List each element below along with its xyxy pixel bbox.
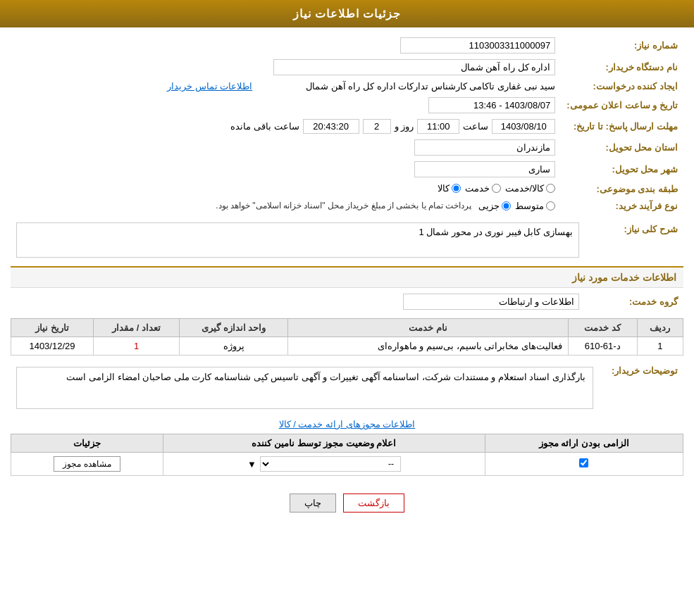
- category-label: طبقه بندی موضوعی:: [561, 180, 683, 198]
- response-remaining-label: ساعت باقی مانده: [230, 121, 299, 132]
- category-option-kala[interactable]: کالا: [438, 183, 461, 194]
- cell-unit: پروژه: [180, 337, 288, 356]
- delivery-city-label: شهر محل تحویل:: [561, 158, 683, 180]
- cell-need-date: 1403/12/29: [11, 337, 94, 356]
- response-date-input[interactable]: [492, 119, 555, 134]
- response-remaining-input[interactable]: [303, 119, 359, 134]
- col-header-quantity: تعداد / مقدار: [93, 319, 179, 337]
- contact-info-link[interactable]: اطلاعات تماس خریدار: [167, 81, 252, 92]
- creator-label: ایجاد کننده درخواست:: [561, 78, 683, 94]
- delivery-province-label: استان محل تحویل:: [561, 137, 683, 158]
- license-table: الزامی بودن ارائه مجوز اعلام وضعیت مجوز …: [11, 434, 683, 476]
- response-time-input[interactable]: [417, 119, 459, 134]
- need-number-label: شماره نیاز:: [561, 34, 683, 56]
- creator-value: سید نبی غفاری تاکامی کارشناس تدارکات ادا…: [306, 81, 555, 92]
- col-header-row-num: ردیف: [637, 319, 683, 337]
- service-group-label: گروه خدمت:: [585, 291, 683, 313]
- description-table: شرح کلی نیاز: بهسازی کابل فیبر نوری در م…: [11, 220, 683, 260]
- page-title: جزئیات اطلاعات نیاز: [293, 8, 402, 20]
- cell-row-num: 1: [637, 337, 683, 356]
- license-status-select[interactable]: --: [260, 456, 401, 472]
- purchase-type-option-motavasset[interactable]: متوسط: [515, 201, 555, 211]
- cell-service-code: د-61-610: [568, 337, 637, 356]
- col-header-required: الزامی بودن ارائه مجوز: [485, 434, 683, 453]
- purchase-type-label: نوع فرآیند خرید:: [561, 198, 683, 214]
- response-deadline-label: مهلت ارسال پاسخ: تا تاریخ:: [561, 116, 683, 137]
- purchase-type-note: پرداخت تمام یا بخشی از مبلغ خریداز محل "…: [216, 201, 471, 210]
- response-days-label: روز و: [395, 121, 414, 132]
- license-required-cell: [485, 453, 683, 476]
- col-header-supplier-status: اعلام وضعیت مجوز توسط نامین کننده: [163, 434, 485, 453]
- response-time-label: ساعت: [463, 121, 488, 132]
- buyer-notes-label: توضیحات خریدار:: [599, 361, 683, 412]
- license-details-cell: مشاهده مجوز: [11, 453, 163, 476]
- buyer-org-input[interactable]: [273, 59, 555, 75]
- table-row: 1 د-61-610 فعالیت‌های مخابراتی باسیم، بی…: [11, 337, 683, 356]
- category-option-khedmat[interactable]: خدمت: [465, 183, 501, 194]
- need-number-input[interactable]: [400, 37, 555, 54]
- license-section-title: اطلاعات مجوزهای ارائه خدمت / کالا: [11, 419, 683, 429]
- purchase-type-option-jozyi[interactable]: جزیی: [478, 201, 511, 211]
- print-button[interactable]: چاپ: [290, 494, 336, 513]
- col-header-service-code: کد خدمت: [568, 319, 637, 337]
- description-value: بهسازی کابل فیبر نوری در محور شمال 1: [16, 222, 579, 258]
- purchase-type-radio-jozyi[interactable]: [502, 201, 511, 210]
- col-header-need-date: تاریخ نیاز: [11, 319, 94, 337]
- buyer-org-label: نام دستگاه خریدار:: [561, 56, 683, 78]
- cell-quantity: 1: [93, 337, 179, 356]
- response-days-input[interactable]: [363, 119, 391, 134]
- back-button[interactable]: بازگشت: [343, 494, 404, 513]
- category-radio-kala[interactable]: [452, 184, 461, 193]
- license-table-row: -- ▼ مشاهده مجوز: [11, 453, 683, 476]
- col-header-details: جزئیات: [11, 434, 163, 453]
- buyer-notes-table: توضیحات خریدار: بارگذاری اسناد استعلام و…: [11, 361, 683, 412]
- announce-date-input[interactable]: [428, 97, 555, 113]
- category-radio-khedmat[interactable]: [492, 184, 501, 193]
- service-group-table: گروه خدمت:: [11, 291, 683, 313]
- service-group-input[interactable]: [403, 294, 579, 310]
- category-option-kala-khedmat[interactable]: کالا/خدمت: [505, 183, 556, 194]
- main-info-table: شماره نیاز: نام دستگاه خریدار: ایجاد کنن…: [11, 34, 683, 214]
- services-section-title: اطلاعات خدمات مورد نیاز: [11, 266, 683, 288]
- category-radio-kala-khedmat[interactable]: [546, 184, 555, 193]
- col-header-service-name: نام خدمت: [288, 319, 568, 337]
- purchase-type-radio-motavasset[interactable]: [546, 201, 555, 210]
- view-license-button[interactable]: مشاهده مجوز: [54, 456, 120, 472]
- announce-date-label: تاریخ و ساعت اعلان عمومی:: [561, 94, 683, 116]
- action-buttons-area: بازگشت چاپ: [11, 483, 683, 523]
- license-required-checkbox[interactable]: [579, 458, 588, 467]
- col-header-unit: واحد اندازه گیری: [180, 319, 288, 337]
- delivery-province-input[interactable]: [414, 139, 555, 156]
- services-table: ردیف کد خدمت نام خدمت واحد اندازه گیری ت…: [11, 318, 683, 356]
- license-supplier-status-cell: -- ▼: [163, 453, 485, 476]
- description-label: شرح کلی نیاز:: [585, 220, 683, 260]
- delivery-city-input[interactable]: [414, 161, 555, 177]
- category-radio-group: کالا/خدمت خدمت کالا: [438, 183, 556, 194]
- purchase-type-radio-group: متوسط جزیی: [478, 201, 555, 211]
- dropdown-icon: ▼: [247, 459, 256, 470]
- buyer-notes-value: بارگذاری اسناد استعلام و مستندات شرکت، ا…: [16, 367, 593, 409]
- page-header: جزئیات اطلاعات نیاز: [0, 0, 694, 27]
- cell-service-name: فعالیت‌های مخابراتی باسیم، بی‌سیم و ماهو…: [288, 337, 568, 356]
